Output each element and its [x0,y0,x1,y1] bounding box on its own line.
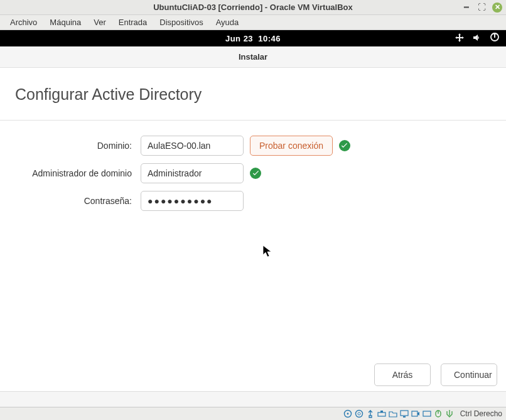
network-adapter-icon[interactable] [377,409,387,419]
minimize-button[interactable]: ━ [462,3,471,12]
password-input[interactable] [141,191,244,211]
usb-icon[interactable] [366,409,375,419]
label-domain: Dominio: [15,141,141,151]
close-button[interactable]: ✕ [492,3,502,13]
page-title: Configurar Active Directory [15,85,491,104]
svg-rect-7 [401,411,408,416]
host-menubar: Archivo Máquina Ver Entrada Dispositivos… [0,15,506,30]
menu-archivo[interactable]: Archivo [4,15,43,30]
test-connection-button[interactable]: Probar conexión [250,136,333,156]
installer-header: Instalar [0,46,506,68]
label-password: Contraseña: [15,196,141,206]
network-icon [455,33,465,45]
installer-main: Configurar Active Directory Dominio: Pro… [0,68,506,392]
power-icon [490,33,500,45]
nav-buttons: Atrás Continuar [374,363,497,386]
svg-rect-5 [378,412,385,416]
admin-input[interactable] [141,163,244,183]
hdd-icon[interactable] [343,409,353,419]
svg-point-4 [358,412,360,415]
divider [0,120,506,121]
guest-topbar: Jun 23 10:46 [0,30,506,46]
svg-rect-10 [423,411,431,416]
recording-icon[interactable] [411,409,421,419]
mouse-integration-icon[interactable] [434,409,443,419]
guest-additions-icon[interactable] [423,409,432,419]
check-icon [250,168,261,179]
label-admin: Administrador de dominio [15,168,141,178]
check-icon [339,140,350,151]
menu-entrada[interactable]: Entrada [112,15,154,30]
host-window-controls: ━ ⛶ ✕ [462,3,502,13]
display-icon[interactable] [400,409,409,419]
continue-button[interactable]: Continuar [441,363,497,386]
svg-rect-0 [494,33,495,38]
back-button[interactable]: Atrás [374,363,431,386]
svg-rect-8 [403,416,406,417]
svg-rect-9 [412,411,417,416]
clock[interactable]: Jun 23 10:46 [225,34,281,43]
menu-ayuda[interactable]: Ayuda [210,15,245,30]
host-titlebar: UbuntuCliAD-03 [Corriendo] - Oracle VM V… [0,0,506,15]
installer-title: Instalar [239,52,267,62]
keyboard-capture-icon[interactable] [445,409,455,419]
cd-icon[interactable] [355,409,364,419]
status-area[interactable] [455,33,500,45]
menu-maquina[interactable]: Máquina [43,15,87,30]
host-window-title: UbuntuCliAD-03 [Corriendo] - Oracle VM V… [153,3,353,12]
volume-icon [472,33,482,45]
menu-ver[interactable]: Ver [87,15,112,30]
svg-rect-6 [380,411,383,412]
host-key-label: Ctrl Derecho [460,409,502,418]
vbox-statusbar: Ctrl Derecho [0,407,506,420]
maximize-button[interactable]: ⛶ [477,3,486,12]
ad-form: Dominio: Probar conexión Administrador d… [15,136,491,211]
menu-dispositivos[interactable]: Dispositivos [153,15,209,30]
shared-folder-icon[interactable] [389,409,398,419]
svg-point-2 [347,413,349,415]
domain-input[interactable] [141,136,244,156]
